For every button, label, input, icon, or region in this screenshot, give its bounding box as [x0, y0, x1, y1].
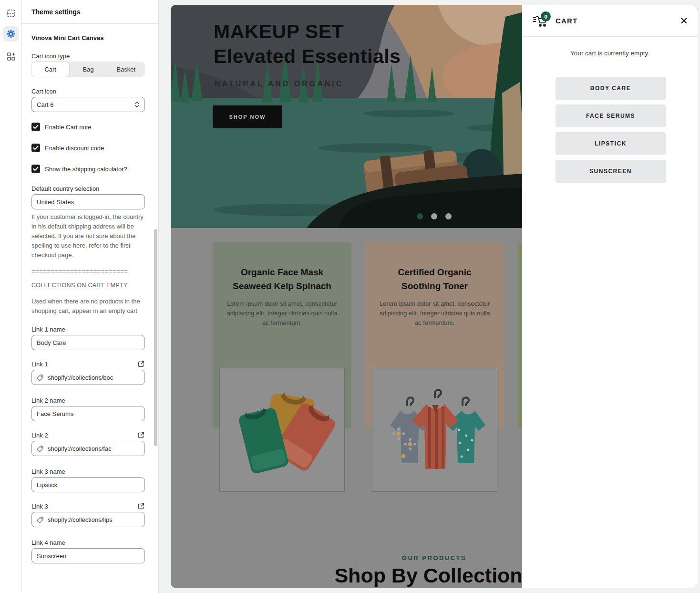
hero-title-line1: MAKEUP SET — [214, 19, 401, 44]
cart-icon-select-value: Cart 6 — [37, 101, 130, 108]
country-help-text: If your customer is logged-in, the count… — [31, 212, 145, 260]
collections-empty-header: COLLECTIONS ON CART EMPTY — [31, 282, 145, 289]
empty-cart-collection-buttons: BODY CARE FACE SERUMS LIPSTICK SUNSCREEN — [556, 77, 666, 187]
link3-name-value: Lipstick — [37, 481, 140, 489]
tag-icon — [37, 445, 44, 452]
cart-count-badge: 0 — [541, 11, 551, 21]
checkbox-shipping-calculator[interactable]: Show the shipping calculator? — [31, 165, 145, 173]
section-title: Vinova Mini Cart Canvas — [31, 34, 145, 42]
link1-name-input[interactable]: Body Care — [31, 335, 145, 350]
external-link-icon[interactable] — [137, 360, 145, 368]
link2-url-input[interactable]: shopify://collections/fac — [31, 441, 145, 456]
link3-url-value: shopify://collections/lips — [48, 516, 140, 523]
equals-divider: ========================= — [31, 268, 145, 275]
theme-settings-panel: Theme settings Vinova Mini Cart Canvas C… — [22, 0, 159, 593]
carousel-dot-2[interactable] — [431, 213, 437, 219]
collection-button-face-serums[interactable]: FACE SERUMS — [556, 104, 666, 127]
cart-empty-message: Your cart is currently empty. — [522, 50, 698, 57]
link2-url-value: shopify://collections/fac — [48, 445, 140, 452]
link2-name-value: Face Serums — [37, 410, 140, 417]
folded-tshirts-image — [219, 368, 345, 492]
link2-label: Link 2 — [31, 432, 48, 439]
shop-now-button[interactable]: SHOP NOW — [213, 105, 282, 128]
card-title: Certified Organic Soothing Toner — [365, 265, 504, 293]
link2-name-input[interactable]: Face Serums — [31, 406, 145, 421]
cart-icon-type-segmented: Cart Bag Basket — [31, 62, 145, 77]
checkbox-cart-note[interactable]: Enable Cart note — [31, 123, 145, 131]
checkbox-checked-icon — [31, 144, 40, 152]
link1-url-value: shopify://collections/boc — [48, 374, 140, 381]
collection-button-sunscreen[interactable]: SUNSCREEN — [556, 160, 666, 183]
hanging-shirts-image — [372, 368, 497, 492]
collection-button-body-care[interactable]: BODY CARE — [556, 77, 666, 100]
collection-card-face-mask[interactable]: Organic Face Mask Seaweed Kelp Spinach L… — [213, 242, 351, 428]
segment-cart[interactable]: Cart — [31, 62, 69, 77]
checkbox-discount-code[interactable]: Enable discount code — [31, 144, 145, 152]
cart-icon-type-label: Cart icon type — [31, 52, 145, 60]
card-title: Organic Face Mask Seaweed Kelp Spinach — [213, 265, 351, 293]
panel-title: Theme settings — [22, 0, 158, 24]
app-embeds-icon[interactable] — [3, 49, 19, 64]
link1-name-value: Body Care — [37, 339, 140, 346]
external-link-icon[interactable] — [137, 431, 145, 439]
link4-name-value: Sunscreen — [37, 552, 140, 560]
link1-url-input[interactable]: shopify://collections/boc — [31, 370, 145, 385]
cart-drawer-title: CART — [556, 17, 577, 25]
segment-basket[interactable]: Basket — [107, 62, 145, 77]
collection-card-toner[interactable]: Certified Organic Soothing Toner Lorem i… — [365, 242, 504, 428]
tag-icon — [37, 374, 44, 381]
hero-title: MAKEUP SET Elevated Essentials — [214, 19, 401, 69]
segment-bag[interactable]: Bag — [69, 62, 107, 77]
cart-icon: 0 — [533, 13, 550, 28]
country-label: Default country selection — [31, 185, 145, 192]
hero-title-line2: Elevated Essentials — [214, 44, 401, 69]
country-value: United States — [37, 198, 140, 206]
checkbox-label: Enable Cart note — [45, 124, 92, 131]
collections-help-text: Used when there are no products in the s… — [31, 297, 145, 316]
hero-subtitle: NATURAL AND ORGANIC — [215, 80, 343, 88]
link1-name-label: Link 1 name — [31, 326, 145, 333]
link2-name-label: Link 2 name — [31, 397, 145, 404]
select-chevrons-icon — [134, 101, 140, 108]
checkbox-checked-icon — [31, 165, 40, 173]
tag-icon — [37, 516, 44, 523]
collection-button-lipstick[interactable]: LIPSTICK — [556, 132, 666, 155]
link1-label: Link 1 — [31, 361, 48, 368]
external-link-icon[interactable] — [137, 502, 145, 510]
link3-name-input[interactable]: Lipstick — [31, 477, 145, 492]
checkbox-label: Show the shipping calculator? — [45, 166, 127, 173]
link3-name-label: Link 3 name — [31, 468, 145, 475]
checkbox-checked-icon — [31, 123, 40, 131]
link4-name-label: Link 4 name — [31, 539, 145, 546]
cart-icon-select[interactable]: Cart 6 — [31, 97, 145, 112]
theme-settings-icon[interactable] — [3, 26, 19, 42]
card-description: Lorem ipsum dolor sit amet, consectetur … — [365, 299, 504, 328]
link3-label: Link 3 — [31, 503, 48, 510]
cart-icon-label: Cart icon — [31, 88, 145, 95]
link3-url-input[interactable]: shopify://collections/lips — [31, 512, 145, 527]
mini-cart-drawer: 0 CART ✕ Your cart is currently empty. B… — [522, 5, 698, 588]
carousel-dot-3[interactable] — [445, 213, 452, 219]
link4-name-input[interactable]: Sunscreen — [31, 548, 145, 563]
checkbox-label: Enable discount code — [45, 145, 104, 152]
carousel-dot-1[interactable] — [417, 213, 423, 219]
close-icon[interactable]: ✕ — [679, 16, 688, 26]
card-description: Lorem ipsum dolor sit amet, consectetur … — [213, 299, 351, 328]
editor-icon-rail — [0, 0, 22, 593]
sections-icon[interactable] — [3, 6, 19, 21]
country-input[interactable]: United States — [31, 194, 145, 209]
panel-scrollbar[interactable] — [154, 229, 157, 446]
storefront-preview: MAKEUP SET Elevated Essentials NATURAL A… — [171, 5, 698, 588]
cart-drawer-header: 0 CART ✕ — [522, 5, 698, 37]
